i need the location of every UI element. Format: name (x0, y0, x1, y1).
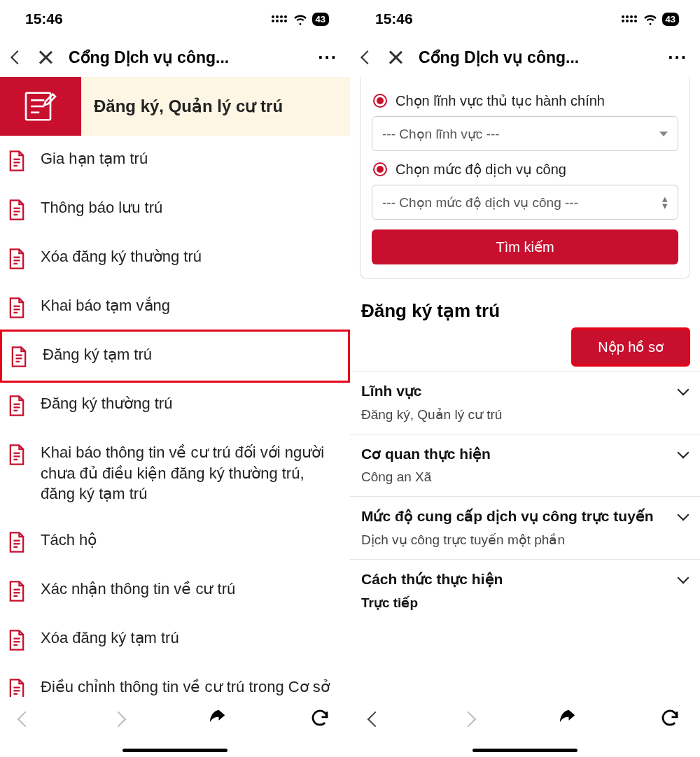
back-icon[interactable] (360, 50, 374, 64)
list-item-label: Xóa đăng ký thường trú (41, 246, 202, 267)
radio-icon (373, 94, 387, 108)
document-icon (7, 531, 27, 553)
reload-icon[interactable] (309, 707, 330, 731)
status-right: 43 (272, 11, 329, 27)
document-icon (7, 580, 27, 602)
radio-label: Chọn mức độ dịch vụ công (396, 161, 566, 178)
submit-button[interactable]: Nộp hồ sơ (571, 327, 690, 367)
document-icon (7, 444, 27, 466)
radio-field-domain[interactable]: Chọn lĩnh vực thủ tục hành chính (373, 92, 678, 109)
accordion-item[interactable]: Cách thức thực hiệnTrực tiếp (350, 559, 700, 622)
home-indicator (472, 749, 578, 752)
list-item-label: Thông báo lưu trú (41, 197, 162, 218)
more-icon[interactable]: ··· (668, 54, 687, 61)
list-item-label: Đăng ký tạm trú (43, 344, 152, 365)
list-item-label: Khai báo thông tin về cư trú đối với ngư… (41, 442, 340, 504)
more-icon[interactable]: ··· (318, 54, 337, 61)
list-item[interactable]: Thông báo lưu trú (0, 185, 350, 234)
accordion-content: Trực tiếp (361, 595, 687, 611)
wifi-icon (293, 11, 308, 27)
page-title: Cổng Dịch vụ công... (419, 48, 652, 67)
home-indicator (122, 749, 227, 752)
list-item[interactable]: Xóa đăng ký tạm trú (0, 615, 350, 664)
share-icon[interactable] (556, 707, 578, 731)
nav-bar: Cổng Dịch vụ công... ··· (0, 38, 350, 77)
list-item[interactable]: Đăng ký thường trú (0, 381, 350, 430)
updown-icon: ▴▾ (662, 196, 668, 208)
accordion-item[interactable]: Lĩnh vựcĐăng ký, Quản lý cư trú (350, 371, 700, 434)
chevron-down-icon (678, 384, 690, 396)
chevron-down-icon (678, 509, 690, 521)
page-title: Cổng Dịch vụ công... (69, 48, 302, 67)
accordion-title: Cơ quan thực hiện (361, 446, 491, 462)
bottom-toolbar (350, 697, 700, 757)
category-title: Đăng ký, Quản lý cư trú (81, 77, 350, 136)
battery-badge: 43 (312, 13, 329, 26)
accordion-item[interactable]: Mức độ cung cấp dịch vụ công trực tuyếnD… (350, 496, 700, 559)
accordion-list: Lĩnh vựcĐăng ký, Quản lý cư trúCơ quan t… (350, 371, 700, 622)
back-icon[interactable] (10, 50, 24, 64)
chevron-down-icon (659, 132, 668, 136)
list-item-label: Gia hạn tạm trú (41, 148, 148, 169)
document-icon (9, 346, 29, 368)
document-icon (7, 395, 27, 417)
select-domain[interactable]: --- Chọn lĩnh vực --- (372, 116, 678, 151)
phone-left: 15:46 43 Cổng Dịch vụ công... ··· (0, 0, 350, 757)
bottom-toolbar (0, 697, 350, 757)
status-right: 43 (622, 11, 679, 27)
accordion-item[interactable]: Cơ quan thực hiệnCông an Xã (350, 434, 700, 496)
accordion-title: Cách thức thực hiện (361, 571, 503, 588)
share-icon[interactable] (206, 707, 227, 731)
list-item[interactable]: Đăng ký tạm trú (0, 330, 350, 383)
nav-back-icon[interactable] (18, 712, 34, 728)
chevron-down-icon (678, 447, 690, 459)
category-hero: Đăng ký, Quản lý cư trú (0, 77, 350, 136)
phone-right: 15:46 43 Cổng Dịch vụ công... ··· Chọn l… (350, 0, 700, 757)
chevron-down-icon (678, 572, 690, 584)
list-item[interactable]: Xác nhận thông tin về cư trú (0, 566, 350, 615)
select-level[interactable]: --- Chọn mức độ dịch vụ công --- ▴▾ (372, 185, 678, 220)
status-bar: 15:46 43 (350, 0, 700, 38)
status-bar: 15:46 43 (0, 0, 350, 38)
accordion-content: Dịch vụ công trực tuyến một phần (361, 532, 687, 548)
wifi-icon (643, 11, 658, 27)
nav-forward-icon[interactable] (111, 712, 127, 728)
list-item[interactable]: Gia hạn tạm trú (0, 136, 350, 185)
close-icon[interactable] (388, 50, 403, 65)
search-form: Chọn lĩnh vực thủ tục hành chính --- Chọ… (360, 77, 690, 279)
accordion-title: Lĩnh vực (361, 383, 422, 399)
document-icon (7, 297, 27, 319)
procedure-list: Gia hạn tạm trúThông báo lưu trúXóa đăng… (0, 136, 350, 730)
radio-icon (373, 162, 387, 176)
close-icon[interactable] (38, 50, 53, 65)
radio-field-level[interactable]: Chọn mức độ dịch vụ công (373, 161, 678, 178)
submit-wrap: Nộp hồ sơ (350, 327, 700, 371)
list-item-label: Xác nhận thông tin về cư trú (41, 579, 235, 600)
document-icon (7, 629, 27, 651)
list-item-label: Đăng ký thường trú (41, 393, 172, 414)
select-placeholder: --- Chọn lĩnh vực --- (382, 126, 500, 142)
clock: 15:46 (25, 10, 63, 27)
list-item[interactable]: Khai báo tạm vắng (0, 283, 350, 332)
battery-badge: 43 (662, 13, 679, 26)
accordion-content: Công an Xã (361, 469, 687, 485)
clock: 15:46 (375, 10, 413, 27)
nav-back-icon[interactable] (368, 712, 384, 728)
list-item[interactable]: Xóa đăng ký thường trú (0, 234, 350, 283)
reload-icon[interactable] (659, 707, 680, 731)
signal-icon (272, 15, 287, 22)
document-icon (7, 150, 27, 172)
document-edit-icon (0, 77, 81, 136)
document-icon (7, 248, 27, 270)
accordion-title: Mức độ cung cấp dịch vụ công trực tuyến (361, 508, 654, 525)
radio-label: Chọn lĩnh vực thủ tục hành chính (396, 92, 605, 109)
list-item-label: Xóa đăng ký tạm trú (41, 628, 179, 649)
accordion-content: Đăng ký, Quản lý cư trú (361, 406, 687, 423)
list-item[interactable]: Khai báo thông tin về cư trú đối với ngư… (0, 430, 350, 517)
nav-forward-icon[interactable] (461, 712, 477, 728)
list-item-label: Tách hộ (41, 530, 97, 551)
signal-icon (622, 15, 637, 22)
list-item[interactable]: Tách hộ (0, 517, 350, 566)
list-item-label: Khai báo tạm vắng (41, 295, 170, 316)
search-button[interactable]: Tìm kiếm (372, 229, 678, 264)
